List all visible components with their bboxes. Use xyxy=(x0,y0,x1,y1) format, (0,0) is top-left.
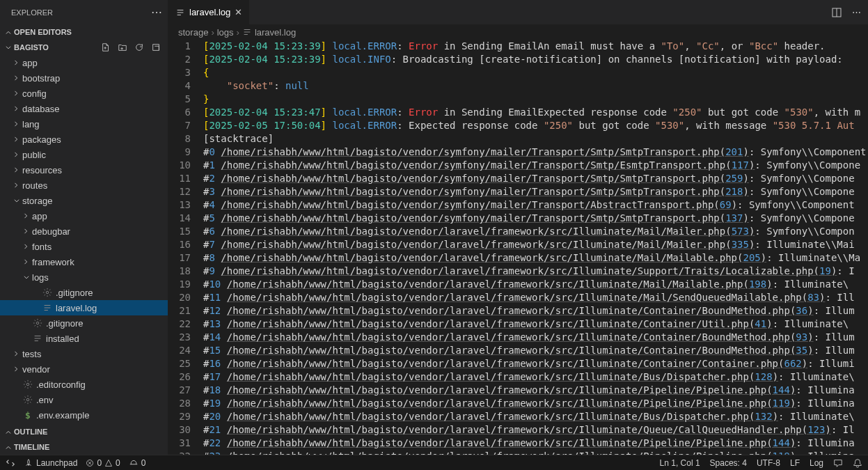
explorer-title: EXPLORER xyxy=(11,8,53,17)
editor-more-icon[interactable]: ⋯ xyxy=(852,7,861,17)
chevron-right-icon xyxy=(5,441,12,453)
tab-laravel-log[interactable]: laravel.log ✕ xyxy=(168,0,250,24)
chevron-right-icon: › xyxy=(237,27,239,38)
collapse-all-icon[interactable] xyxy=(151,42,161,52)
chevron-icon xyxy=(21,258,32,265)
file-lines-icon xyxy=(175,8,185,17)
split-editor-icon[interactable] xyxy=(831,7,842,18)
tab-bar: laravel.log ✕ ⋯ xyxy=(168,0,868,24)
explorer-more-icon[interactable]: ⋯ xyxy=(151,6,162,19)
indentation[interactable]: Spaces: 4 xyxy=(710,458,747,468)
tree-item-label: .env.example xyxy=(36,410,89,421)
folder-item[interactable]: routes xyxy=(0,178,168,193)
folder-item[interactable]: app xyxy=(0,208,168,224)
folder-item[interactable]: fonts xyxy=(0,239,168,254)
language-mode[interactable]: Log xyxy=(810,458,823,468)
folder-item[interactable]: framework xyxy=(0,254,168,269)
tree-item-label: app xyxy=(22,58,38,68)
file-item[interactable]: .gitignore xyxy=(0,315,168,331)
breadcrumb-item[interactable]: laravel.log xyxy=(255,27,296,38)
file-item[interactable]: .gitignore xyxy=(0,285,168,300)
eol[interactable]: LF xyxy=(790,458,800,468)
chevron-icon xyxy=(11,90,22,97)
lines-icon xyxy=(42,303,53,313)
breadcrumb-item[interactable]: storage xyxy=(178,27,208,38)
chevron-icon xyxy=(21,228,32,235)
chevron-icon xyxy=(11,59,22,66)
encoding[interactable]: UTF-8 xyxy=(757,458,780,468)
gear-icon xyxy=(22,379,33,389)
chevron-icon xyxy=(11,366,22,373)
chevron-icon xyxy=(11,136,22,143)
feedback-icon[interactable] xyxy=(833,458,843,468)
folder-item[interactable]: packages xyxy=(0,132,168,147)
chevron-icon xyxy=(11,166,22,173)
chevron-icon xyxy=(11,105,22,112)
tree-item-label: framework xyxy=(32,257,74,267)
breadcrumbs[interactable]: storage › logs › laravel.log xyxy=(168,24,868,40)
tree-item-label: storage xyxy=(22,196,52,206)
chevron-icon xyxy=(11,120,22,127)
ports-button[interactable]: 0 xyxy=(129,458,146,468)
timeline-section[interactable]: TIMELINE xyxy=(0,439,168,455)
chevron-icon xyxy=(11,350,22,357)
refresh-icon[interactable] xyxy=(134,42,144,52)
chevron-icon xyxy=(21,212,32,219)
tree-item-label: routes xyxy=(22,180,47,191)
folder-item[interactable]: lang xyxy=(0,116,168,132)
tree-item-label: bootstrap xyxy=(22,73,60,84)
explorer-sidebar: EXPLORER ⋯ OPEN EDITORS BAGISTO appboots… xyxy=(0,0,168,455)
tree-item-label: app xyxy=(32,211,47,221)
tree-item-label: fonts xyxy=(32,242,52,252)
folder-item[interactable]: tests xyxy=(0,346,168,361)
breadcrumb-item[interactable]: logs xyxy=(217,27,234,38)
file-item[interactable]: $.env.example xyxy=(0,407,168,423)
file-item[interactable]: installed xyxy=(0,331,168,346)
file-item[interactable]: .editorconfig xyxy=(0,377,168,392)
tree-item-label: database xyxy=(22,104,60,114)
folder-item[interactable]: config xyxy=(0,86,168,101)
close-icon[interactable]: ✕ xyxy=(235,7,242,17)
new-file-icon[interactable] xyxy=(101,42,111,52)
code-content[interactable]: [2025-02-04 15:23:39] local.ERROR: Error… xyxy=(203,40,868,455)
chevron-icon xyxy=(11,197,22,204)
cursor-position[interactable]: Ln 1, Col 1 xyxy=(660,458,700,468)
lines-icon xyxy=(32,334,43,343)
folder-item[interactable]: debugbar xyxy=(0,224,168,239)
open-editors-section[interactable]: OPEN EDITORS xyxy=(0,24,168,40)
tree-item-label: .gitignore xyxy=(46,318,83,329)
gear-icon xyxy=(32,318,43,328)
problems-button[interactable]: 0 0 xyxy=(86,458,120,468)
file-item[interactable]: .env xyxy=(0,392,168,407)
folder-item[interactable]: storage xyxy=(0,193,168,208)
outline-section[interactable]: OUTLINE xyxy=(0,424,168,439)
folder-item[interactable]: vendor xyxy=(0,361,168,377)
code-editor[interactable]: 1234567891011121314151617181920212223242… xyxy=(168,40,868,455)
file-item[interactable]: laravel.log xyxy=(0,300,168,315)
tree-item-label: logs xyxy=(32,272,49,283)
gear-icon xyxy=(22,395,33,405)
tree-item-label: .gitignore xyxy=(56,288,93,298)
chevron-right-icon: › xyxy=(211,27,214,38)
chevron-icon xyxy=(11,182,22,189)
remote-icon[interactable] xyxy=(6,458,15,468)
notifications-icon[interactable] xyxy=(853,458,862,468)
folder-item[interactable]: public xyxy=(0,147,168,162)
file-lines-icon xyxy=(242,27,252,37)
folder-item[interactable]: database xyxy=(0,101,168,116)
dollar-icon: $ xyxy=(22,410,33,421)
project-section[interactable]: BAGISTO xyxy=(0,40,168,55)
tree-item-label: laravel.log xyxy=(56,303,97,313)
folder-item[interactable]: app xyxy=(0,55,168,70)
folder-item[interactable]: bootstrap xyxy=(0,70,168,86)
svg-point-0 xyxy=(46,291,49,294)
gear-icon xyxy=(42,288,53,297)
tree-item-label: vendor xyxy=(22,364,50,375)
new-folder-icon[interactable] xyxy=(118,42,127,52)
tree-item-label: installed xyxy=(46,334,79,344)
launchpad-button[interactable]: Launchpad xyxy=(24,458,77,468)
folder-item[interactable]: resources xyxy=(0,162,168,178)
tree-item-label: resources xyxy=(22,165,62,175)
folder-item[interactable]: logs xyxy=(0,269,168,285)
chevron-icon xyxy=(11,151,22,158)
